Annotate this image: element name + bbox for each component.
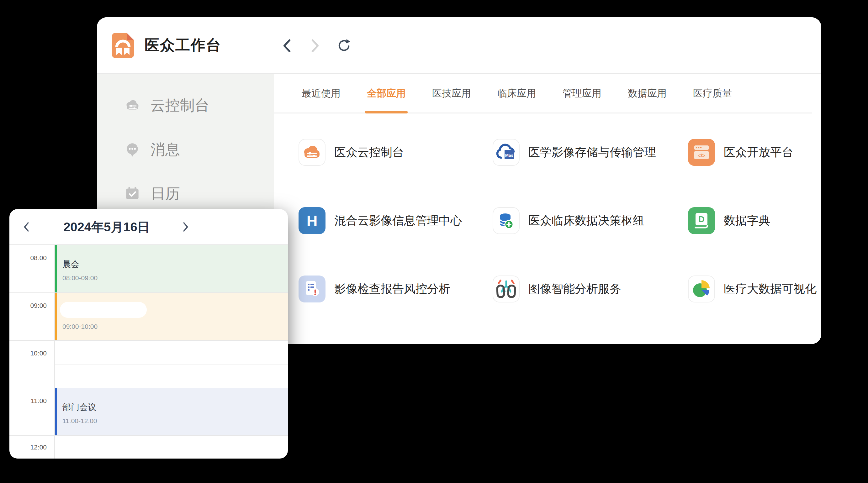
sidebar-item-label: 日历 [151, 184, 180, 204]
chevron-left-icon [282, 38, 292, 54]
chevron-left-icon [22, 221, 30, 233]
event-department-meeting[interactable]: 部门会议 11:00-12:00 [54, 388, 288, 436]
code-window-icon: </> [688, 139, 715, 166]
event-redacted[interactable]: 09:00-10:00 [54, 292, 288, 340]
app-grid: 医众云控制台 Mas 医学影像存储与传输管理 [274, 114, 821, 344]
tab-data-apps[interactable]: 数据应用 [628, 74, 667, 112]
app-label: 影像检查报告风控分析 [334, 281, 450, 297]
calendar-header: 2024年5月16日 [9, 209, 288, 245]
app-cloud-console[interactable]: 医众云控制台 [299, 139, 493, 166]
app-label: 医众云控制台 [334, 144, 404, 160]
time-label: 11:00 [9, 397, 54, 405]
cloud-sliders-icon [299, 139, 326, 166]
tab-recent[interactable]: 最近使用 [302, 74, 341, 112]
refresh-button[interactable] [337, 38, 350, 54]
sidebar-item-calendar[interactable]: 日历 [97, 180, 274, 207]
redacted-event-title [60, 302, 147, 318]
hour-gridline [9, 388, 288, 388]
app-label: 数据字典 [724, 213, 770, 228]
tab-all-apps[interactable]: 全部应用 [367, 74, 406, 112]
desktop-background: 医众工作台 [0, 0, 868, 483]
message-icon [123, 140, 142, 159]
event-morning-meeting[interactable]: 晨会 08:00-09:00 [54, 245, 288, 292]
calendar-schedule: 晨会 08:00-09:00 09:00-10:00 部门会议 11:00-12… [9, 245, 288, 458]
svg-text:Mas: Mas [505, 153, 513, 158]
report-alert-icon [299, 276, 326, 302]
tab-medtech-apps[interactable]: 医技应用 [432, 74, 471, 112]
app-bigdata-visualization[interactable]: 医疗大数据可视化 [688, 276, 821, 302]
sidebar-item-label: 消息 [151, 140, 180, 160]
time-label: 08:00 [9, 254, 54, 262]
window-title: 医众工作台 [145, 35, 221, 55]
tab-quality[interactable]: 医疗质量 [693, 74, 732, 112]
app-label: 医众临床数据决策枢纽 [528, 213, 644, 228]
app-label: 医众开放平台 [724, 144, 794, 160]
chevron-right-icon [182, 221, 190, 233]
content-area: 最近使用 全部应用 医技应用 临床应用 管理应用 数据应用 医疗质量 [274, 74, 821, 344]
chevron-right-icon [310, 38, 320, 54]
app-image-ai-analysis[interactable]: 图像智能分析服务 [493, 276, 688, 302]
app-label: 医疗大数据可视化 [724, 281, 816, 297]
event-title: 晨会 [62, 259, 288, 270]
time-label: 12:00 [9, 444, 54, 451]
tab-clinical-apps[interactable]: 临床应用 [497, 74, 536, 112]
app-image-storage[interactable]: Mas 医学影像存储与传输管理 [493, 139, 688, 166]
pie-chart-icon [688, 276, 715, 302]
calendar-panel: 2024年5月16日 晨会 08:00-09:00 09:00-10:00 [9, 209, 288, 458]
dictionary-book-icon: D [688, 207, 715, 234]
nav-arrows [280, 17, 350, 74]
app-clinical-data-hub[interactable]: 医众临床数据决策枢纽 [493, 207, 688, 234]
previous-day-button[interactable] [17, 209, 36, 245]
event-time: 08:00-09:00 [62, 274, 288, 282]
cloud-mas-icon: Mas [493, 139, 520, 166]
app-logo-icon [112, 33, 134, 58]
event-title: 部门会议 [62, 401, 288, 413]
cloud-console-icon [123, 96, 142, 115]
app-label: 混合云影像信息管理中心 [334, 213, 462, 228]
half-hour-gridline [54, 364, 288, 364]
app-hybrid-cloud-center[interactable]: H 混合云影像信息管理中心 [299, 207, 493, 234]
hour-gridline [9, 340, 288, 341]
app-open-platform[interactable]: </> 医众开放平台 [688, 139, 821, 166]
next-day-button[interactable] [176, 209, 195, 245]
window-header: 医众工作台 [97, 17, 821, 74]
app-label: 图像智能分析服务 [528, 281, 621, 297]
tab-management-apps[interactable]: 管理应用 [563, 74, 601, 112]
back-button[interactable] [280, 38, 294, 54]
app-label: 医学影像存储与传输管理 [528, 144, 656, 160]
event-time: 11:00-12:00 [62, 417, 288, 425]
database-plus-icon [493, 207, 520, 234]
time-column-divider [54, 245, 55, 458]
svg-text:D: D [699, 215, 705, 224]
event-time: 09:00-10:00 [62, 323, 288, 330]
sidebar-item-cloud-console[interactable]: 云控制台 [97, 92, 274, 119]
app-report-risk-analysis[interactable]: 影像检查报告风控分析 [299, 276, 493, 302]
letter-h-icon: H [299, 207, 326, 234]
sidebar-item-label: 云控制台 [151, 96, 210, 115]
calendar-icon [123, 184, 142, 203]
tab-bar: 最近使用 全部应用 医技应用 临床应用 管理应用 数据应用 医疗质量 [274, 74, 812, 114]
svg-text:</>: </> [698, 153, 706, 159]
svg-text:H: H [307, 213, 318, 229]
forward-button[interactable] [308, 38, 322, 54]
app-data-dictionary[interactable]: D 数据字典 [688, 207, 821, 234]
time-label: 09:00 [9, 302, 54, 309]
hour-gridline [9, 436, 288, 436]
hour-gridline [9, 292, 288, 293]
calendar-date-title: 2024年5月16日 [50, 209, 163, 245]
refresh-icon [337, 38, 350, 54]
lungs-icon [493, 276, 520, 302]
time-label: 10:00 [9, 350, 54, 357]
sidebar-item-messages[interactable]: 消息 [97, 136, 274, 163]
